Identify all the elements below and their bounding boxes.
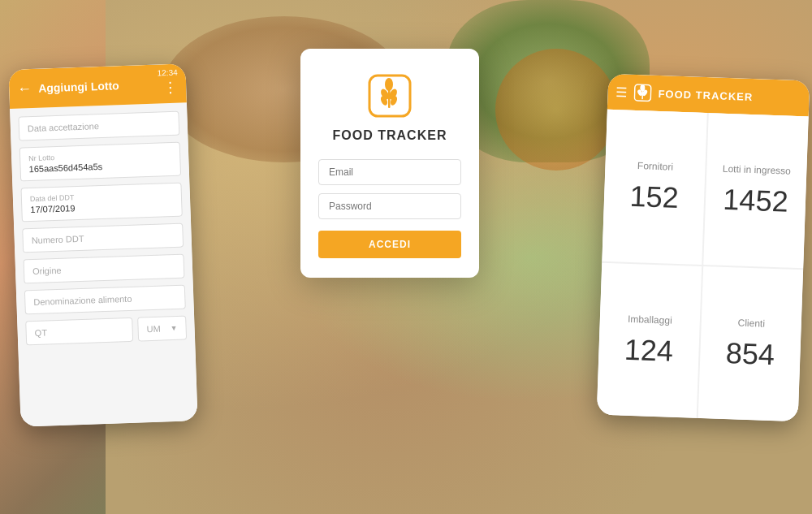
- field-label-data-ddt: Data del DDT: [30, 190, 173, 203]
- field-data-ddt[interactable]: Data del DDT 17/07/2019: [20, 183, 182, 222]
- field-value-data-ddt: 17/07/2019: [30, 203, 75, 214]
- stat-value-imballaggi: 124: [624, 332, 674, 368]
- field-um[interactable]: UM ▼: [137, 315, 187, 341]
- field-data-accettazione[interactable]: Data accettazione: [18, 111, 179, 141]
- qt-um-row: QT UM ▼: [25, 315, 187, 345]
- stat-label-lotti: Lotti in ingresso: [723, 162, 791, 176]
- field-origine[interactable]: Origine: [24, 254, 185, 284]
- status-bar-time: 12:34: [157, 68, 177, 78]
- stat-imballaggi: Imballaggi 124: [597, 263, 702, 418]
- stat-clienti: Clienti 854: [698, 266, 803, 421]
- back-icon[interactable]: ←: [17, 80, 32, 97]
- left-phone-title: Aggiungi Lotto: [38, 77, 178, 95]
- more-icon[interactable]: ⋮: [163, 79, 179, 97]
- stat-value-clienti: 854: [725, 336, 775, 372]
- qt-placeholder: QT: [35, 327, 48, 338]
- field-qt[interactable]: QT: [25, 317, 133, 346]
- field-placeholder-numero-ddt: Numero DDT: [32, 234, 84, 245]
- um-placeholder: UM: [146, 324, 161, 335]
- svg-point-2: [385, 78, 393, 91]
- right-phone-title: FOOD TRACKER: [658, 87, 753, 102]
- login-title: FOOD TRACKER: [333, 128, 447, 143]
- field-placeholder: Data accettazione: [28, 121, 99, 133]
- email-input[interactable]: [318, 159, 461, 185]
- login-card: FOOD TRACKER ACCEDI: [300, 49, 479, 278]
- phone-left: ← Aggiungi Lotto 12:34 ⋮ Data accettazio…: [8, 63, 197, 426]
- stat-label-imballaggi: Imballaggi: [628, 313, 672, 326]
- phone-right: ☰ FOOD TRACKER Fornitori 152 Lotti in in…: [597, 74, 810, 421]
- stat-label-fornitori: Fornitori: [637, 160, 673, 173]
- field-numero-ddt[interactable]: Numero DDT: [22, 223, 184, 253]
- app-logo: [365, 71, 414, 120]
- stat-lotti: Lotti in ingresso 1452: [703, 113, 808, 268]
- stat-value-fornitori: 152: [629, 179, 680, 214]
- field-value-nr-lotto: 165aas56d454a5s: [28, 162, 102, 174]
- password-input[interactable]: [318, 193, 461, 219]
- stat-value-lotti: 1452: [723, 182, 789, 218]
- field-placeholder-denominazione: Denominazione alimento: [33, 294, 132, 307]
- stat-label-clienti: Clienti: [737, 317, 765, 329]
- field-label-nr-lotto: Nr Lotto: [28, 149, 171, 162]
- right-phone-logo: [633, 84, 652, 102]
- hamburger-icon[interactable]: ☰: [615, 84, 628, 100]
- main-scene: ← Aggiungi Lotto 12:34 ⋮ Data accettazio…: [0, 0, 812, 514]
- field-placeholder-origine: Origine: [32, 266, 62, 276]
- field-denominazione[interactable]: Denominazione alimento: [24, 285, 186, 315]
- login-button[interactable]: ACCEDI: [318, 231, 461, 258]
- left-phone-body: Data accettazione Nr Lotto 165aas56d454a…: [10, 102, 198, 426]
- field-nr-lotto[interactable]: Nr Lotto 165aas56d454a5s: [19, 142, 181, 182]
- left-phone-header: ← Aggiungi Lotto 12:34 ⋮: [8, 63, 187, 109]
- dropdown-icon: ▼: [171, 324, 178, 332]
- svg-point-9: [640, 84, 645, 91]
- stat-fornitori: Fornitori 152: [602, 110, 706, 265]
- stats-grid: Fornitori 152 Lotti in ingresso 1452 Imb…: [597, 110, 809, 421]
